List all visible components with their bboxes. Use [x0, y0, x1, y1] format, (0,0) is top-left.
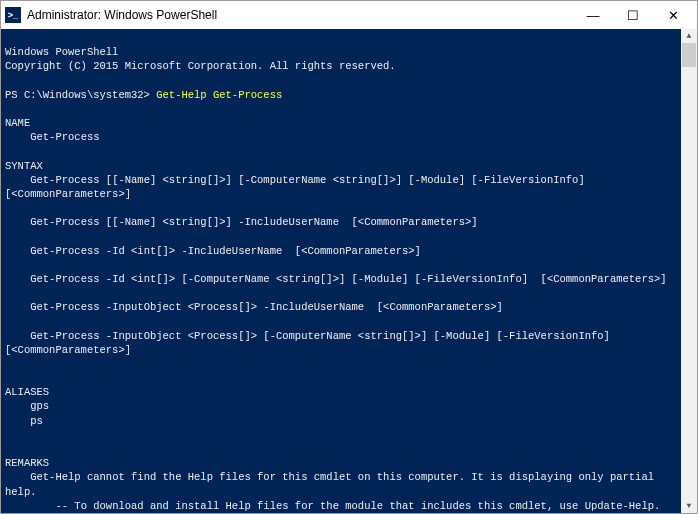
close-button[interactable]: ✕ [653, 2, 693, 28]
window-title: Administrator: Windows PowerShell [27, 8, 573, 22]
term-line: Windows PowerShell [5, 46, 118, 58]
term-line: ALIASES [5, 386, 49, 398]
maximize-button[interactable]: ☐ [613, 2, 653, 28]
terminal-area[interactable]: Windows PowerShell Copyright (C) 2015 Mi… [1, 29, 697, 513]
terminal-content: Windows PowerShell Copyright (C) 2015 Mi… [5, 31, 693, 513]
command-text: Get-Help Get-Process [156, 89, 282, 101]
term-line: REMARKS [5, 457, 49, 469]
term-line: Get-Process -Id <int[]> [-ComputerName <… [5, 273, 667, 285]
term-line: -- To download and install Help files fo… [5, 500, 660, 512]
term-line: NAME [5, 117, 30, 129]
scroll-down-icon[interactable]: ▼ [682, 499, 696, 513]
term-line: SYNTAX [5, 160, 43, 172]
term-line: Get-Process -InputObject <Process[]> -In… [5, 301, 503, 313]
term-line: Get-Process [[-Name] <string[]>] -Includ… [5, 216, 478, 228]
term-line: Get-Process -InputObject <Process[]> [-C… [5, 330, 623, 356]
term-line: Copyright (C) 2015 Microsoft Corporation… [5, 60, 396, 72]
scrollbar-thumb[interactable] [682, 43, 696, 67]
term-line: gps [5, 400, 49, 412]
scrollbar[interactable]: ▲ ▼ [681, 29, 697, 513]
term-line: Get-Process [[-Name] <string[]>] [-Compu… [5, 174, 597, 200]
powershell-icon: >_ [5, 7, 21, 23]
scroll-up-icon[interactable]: ▲ [682, 29, 696, 43]
term-line: Get-Process [5, 131, 100, 143]
term-line: Get-Help cannot find the Help files for … [5, 471, 660, 497]
term-line: Get-Process -Id <int[]> -IncludeUserName… [5, 245, 421, 257]
titlebar[interactable]: >_ Administrator: Windows PowerShell — ☐… [1, 1, 697, 29]
powershell-window: >_ Administrator: Windows PowerShell — ☐… [0, 0, 698, 514]
prompt-path: PS C:\Windows\system32> [5, 89, 156, 101]
minimize-button[interactable]: — [573, 2, 613, 28]
term-line: ps [5, 415, 43, 427]
window-controls: — ☐ ✕ [573, 2, 693, 28]
prompt-line: PS C:\Windows\system32> Get-Help Get-Pro… [5, 89, 282, 101]
